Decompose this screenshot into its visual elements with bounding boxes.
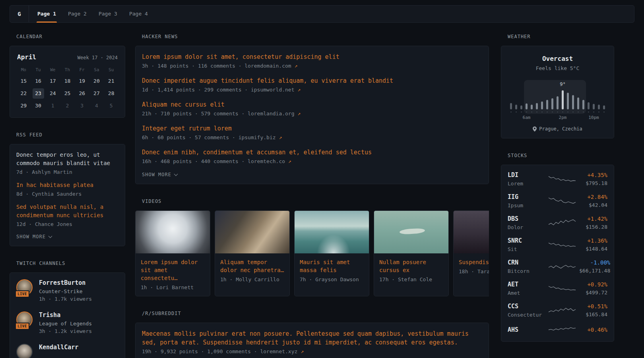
stock-row[interactable]: DBSDolor+1.42%$156.28 bbox=[508, 215, 607, 230]
twitch-channel[interactable]: LIVEForrestBurtonCounter-Strike1h · 1.7k… bbox=[16, 279, 118, 302]
hour-dot bbox=[562, 111, 563, 113]
calendar-day[interactable]: 24 bbox=[45, 88, 60, 99]
video-meta: 1h · Molly Carrillo bbox=[215, 274, 289, 288]
stock-name: Dolor bbox=[508, 224, 546, 230]
calendar-day[interactable]: 16 bbox=[31, 76, 46, 86]
video-title[interactable]: Mauris sit amet massa felis bbox=[295, 253, 369, 274]
hour-dot bbox=[526, 111, 527, 113]
post-domain-link[interactable]: loremtech.co ↗ bbox=[248, 158, 291, 164]
hackernews-show-more-button[interactable]: SHOW MORE bbox=[142, 172, 482, 177]
hour-dot bbox=[578, 111, 579, 113]
stock-row[interactable]: CCSConsectetur+0.51%$165.84 bbox=[508, 303, 607, 318]
post-domain-link[interactable]: ipsumworld.net ↗ bbox=[251, 87, 301, 93]
stock-row[interactable]: LDILorem+4.35%$795.18 bbox=[508, 171, 607, 187]
tab-page-3[interactable]: Page 3 bbox=[93, 6, 123, 22]
weather-hour-column bbox=[596, 83, 601, 113]
tab-page-2[interactable]: Page 2 bbox=[62, 6, 93, 22]
calendar-day[interactable]: 1 bbox=[45, 101, 60, 111]
video-card[interactable]: Suspendisse diam18h · Tara bbox=[453, 210, 489, 296]
stock-change: +2.84% bbox=[579, 194, 607, 200]
post-title[interactable]: Donec imperdiet augue tincidunt felis al… bbox=[142, 76, 482, 85]
logo[interactable]: G bbox=[10, 6, 29, 22]
calendar-day[interactable]: 25 bbox=[60, 88, 75, 99]
rss-show-more-button[interactable]: SHOW MORE bbox=[16, 234, 118, 239]
rss-item-title[interactable]: In hac habitasse platea bbox=[16, 181, 118, 189]
stock-row[interactable]: SNRCSit+1.36%$148.64 bbox=[508, 237, 607, 252]
twitch-channel-name[interactable]: KendallCarr bbox=[39, 344, 78, 351]
weather-hour-column bbox=[570, 83, 576, 113]
calendar-day[interactable]: 20 bbox=[89, 76, 104, 86]
stock-sparkline bbox=[548, 283, 577, 294]
post-domain-link[interactable]: loremlandia.org ↗ bbox=[248, 111, 301, 117]
video-title[interactable]: Lorem ipsum dolor sit amet consectetu… bbox=[136, 253, 210, 282]
stock-row[interactable]: IIGIpsum+2.84%$42.04 bbox=[508, 193, 607, 208]
stock-info: SNRCSit bbox=[508, 237, 546, 252]
sparkline-chart bbox=[548, 305, 576, 315]
stock-row[interactable]: AHS+0.46% bbox=[508, 325, 607, 335]
weather-section: WEATHER Overcast Feels like 5°C 9° 6am2p… bbox=[501, 34, 614, 138]
stock-values: +2.84%$42.04 bbox=[579, 194, 607, 208]
weather-peak-temp: 9° bbox=[560, 82, 565, 87]
subreddit-section: /R/SUBREDDIT Maecenas mollis pulvinar er… bbox=[135, 311, 489, 358]
calendar-day[interactable]: 27 bbox=[89, 88, 104, 99]
chevron-down-icon bbox=[174, 172, 178, 176]
calendar-day[interactable]: 22 bbox=[16, 88, 31, 99]
post-domain-link[interactable]: loremdomain.com ↗ bbox=[244, 63, 297, 69]
video-title[interactable]: Suspendisse diam bbox=[454, 253, 489, 266]
video-title[interactable]: Nullam posuere cursus ex bbox=[374, 253, 448, 274]
calendar-day[interactable]: 15 bbox=[16, 76, 31, 86]
post-title[interactable]: Integer eget rutrum lorem bbox=[142, 124, 482, 133]
hour-dot bbox=[531, 111, 532, 113]
weather-hour-column bbox=[524, 83, 529, 113]
calendar-day[interactable]: 21 bbox=[104, 76, 118, 86]
video-card[interactable]: Lorem ipsum dolor sit amet consectetu…1h… bbox=[135, 210, 210, 296]
post-domain-link[interactable]: loremnet.xyz ↗ bbox=[260, 348, 304, 354]
post-title[interactable]: Lorem ipsum dolor sit amet, consectetur … bbox=[142, 53, 482, 61]
tab-page-4[interactable]: Page 4 bbox=[123, 6, 154, 22]
twitch-avatar-wrap: LIVE bbox=[16, 311, 33, 328]
rss-item-title[interactable]: Sed volutpat nulla nisl, a condimentum n… bbox=[16, 203, 118, 220]
weather-hour-column bbox=[555, 83, 560, 113]
stock-info: CRNBitcorn bbox=[508, 259, 546, 274]
calendar-day-selected[interactable]: 23 bbox=[33, 88, 44, 99]
calendar-day[interactable]: 3 bbox=[75, 101, 89, 111]
video-meta: 18h · Tara bbox=[454, 266, 489, 280]
temperature-bar bbox=[531, 105, 533, 109]
post-domain-link[interactable]: ipsumify.biz ↗ bbox=[239, 134, 282, 140]
video-card[interactable]: Mauris sit amet massa felis7h · Grayson … bbox=[294, 210, 369, 296]
calendar-day[interactable]: 19 bbox=[75, 76, 89, 86]
thumbnail-concrete-towers-sky bbox=[136, 211, 210, 253]
calendar-day[interactable]: 4 bbox=[89, 101, 104, 111]
weather-location[interactable]: Prague, Czechia bbox=[508, 126, 607, 132]
twitch-channel-name[interactable]: Trisha bbox=[39, 311, 92, 319]
calendar-day[interactable]: 28 bbox=[104, 88, 118, 99]
stock-row[interactable]: CRNBitcorn-1.00%$66,171.48 bbox=[508, 259, 607, 274]
twitch-channel-info: ForrestBurtonCounter-Strike1h · 1.7k vie… bbox=[39, 279, 92, 302]
calendar-day[interactable]: 5 bbox=[104, 101, 118, 111]
stock-ticker: SNRC bbox=[508, 237, 546, 244]
twitch-card: LIVEForrestBurtonCounter-Strike1h · 1.7k… bbox=[10, 272, 125, 358]
calendar-day[interactable]: 17 bbox=[45, 76, 60, 86]
post-title[interactable]: Donec enim nibh, condimentum et accumsan… bbox=[142, 148, 482, 157]
rss-item-title[interactable]: Donec tempor eros leo, ut commodo mauris… bbox=[16, 151, 118, 167]
video-card[interactable]: Nullam posuere cursus ex17h · Stefan Col… bbox=[374, 210, 449, 296]
weather-hour-column: 9° bbox=[560, 83, 565, 113]
stock-row[interactable]: AETAmet+0.92%$499.72 bbox=[508, 281, 607, 296]
tab-page-1[interactable]: Page 1 bbox=[31, 6, 62, 22]
calendar-day[interactable]: 18 bbox=[60, 76, 75, 86]
calendar-day[interactable]: 2 bbox=[60, 101, 75, 111]
stocks-card: LDILorem+4.35%$795.18IIGIpsum+2.84%$42.0… bbox=[501, 165, 614, 342]
calendar-day[interactable]: 30 bbox=[31, 101, 46, 111]
post-title[interactable]: Aliquam nec cursus elit bbox=[142, 100, 482, 109]
subreddit-list: Maecenas mollis pulvinar erat non posuer… bbox=[142, 329, 482, 354]
video-card[interactable]: Aliquam tempor dolor nec pharetra…1h · M… bbox=[215, 210, 290, 296]
weather-hour-column bbox=[586, 83, 591, 113]
video-title[interactable]: Aliquam tempor dolor nec pharetra… bbox=[215, 253, 289, 274]
twitch-channel[interactable]: KendallCarr bbox=[16, 344, 118, 358]
calendar-day[interactable]: 29 bbox=[16, 101, 31, 111]
weather-hourly-chart: 9° bbox=[508, 83, 607, 113]
twitch-channel-name[interactable]: ForrestBurton bbox=[39, 279, 92, 286]
twitch-channel[interactable]: LIVETrishaLeague of Legends3h · 1.2k vie… bbox=[16, 311, 118, 334]
post-title[interactable]: Maecenas mollis pulvinar erat non posuer… bbox=[142, 329, 482, 347]
calendar-day[interactable]: 26 bbox=[75, 88, 89, 99]
